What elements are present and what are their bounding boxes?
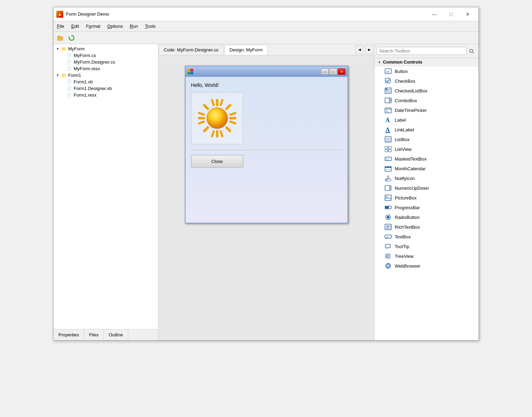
sim-close-button[interactable]: ✕ <box>338 68 345 75</box>
toolbox-search-button[interactable] <box>467 47 476 56</box>
toolbox-item-checkbox[interactable]: CheckBox <box>375 76 478 86</box>
center-area: Code: MyForm.Designer.cs Design: MyForm … <box>158 44 374 340</box>
search-icon <box>469 49 474 54</box>
toolbox-item-listbox[interactable]: ListBox <box>375 134 478 144</box>
toolbox-item-radiobutton[interactable]: RadioButton <box>375 212 478 222</box>
tree-item-myform[interactable]: ▼ 📁 MyForm <box>54 46 158 52</box>
svg-line-18 <box>230 113 235 115</box>
sim-minimize-button[interactable]: — <box>321 68 329 75</box>
svg-point-55 <box>388 169 388 170</box>
toolbox-item-combobox[interactable]: ComboBox <box>375 96 478 105</box>
svg-line-13 <box>199 113 204 115</box>
svg-rect-46 <box>385 149 388 152</box>
svg-rect-67 <box>385 206 389 208</box>
svg-marker-60 <box>387 175 390 179</box>
toolbox-item-listview[interactable]: ListView <box>375 144 478 154</box>
richtextbox-label: RichTextBox <box>395 224 420 230</box>
toolbox-item-linklabel[interactable]: A LinkLabel <box>375 125 478 134</box>
tree-item-form1-designer-vb[interactable]: 📄 Form1.Designer.vb <box>54 85 158 92</box>
menu-tools[interactable]: Tools <box>141 22 159 30</box>
toolbox-item-datetimepicker[interactable]: 31 DateTimePicker <box>375 105 478 115</box>
toolbox-item-textbox[interactable]: ab TextBox <box>375 232 478 242</box>
open-button[interactable] <box>56 33 65 43</box>
sim-maximize-button[interactable]: □ <box>329 68 337 75</box>
toolbox-item-progressbar[interactable]: ProgressBar <box>375 203 478 212</box>
menubar: File Edit Format Options Run Tools <box>54 21 478 32</box>
svg-point-69 <box>387 216 390 219</box>
svg-text:(.): (.) <box>386 157 389 161</box>
svg-line-15 <box>221 100 222 105</box>
toolbox-search-input[interactable] <box>377 47 467 55</box>
picturebox-icon <box>384 194 392 202</box>
svg-rect-45 <box>388 146 391 149</box>
svg-line-9 <box>227 105 230 109</box>
tree-item-myform-cs[interactable]: 📄 MyForm.cs <box>54 52 158 59</box>
tab-code[interactable]: Code: MyForm.Designer.cs <box>158 45 224 55</box>
monthcalendar-icon <box>384 165 392 172</box>
tab-files[interactable]: Files <box>84 329 104 340</box>
toolbox-item-richtextbox[interactable]: A RichTextBox <box>375 222 478 232</box>
toolbox-item-checkedlistbox[interactable]: CheckedListBox <box>375 86 478 96</box>
menu-edit[interactable]: Edit <box>68 22 82 30</box>
sim-picturebox[interactable] <box>191 92 243 144</box>
tab-properties[interactable]: Properties <box>54 329 84 340</box>
design-canvas[interactable]: — □ ✕ Hello, World! <box>158 55 374 340</box>
svg-point-54 <box>386 169 387 170</box>
toolbox-item-picturebox[interactable]: PictureBox <box>375 193 478 203</box>
toolbox-item-button[interactable]: ab Button <box>375 66 478 76</box>
left-bottom-tabs: Properties Files Outline <box>54 329 158 340</box>
toolbox-section-common-controls[interactable]: ◄ Common Controls <box>375 58 478 66</box>
numericupdown-icon <box>384 184 392 192</box>
svg-line-17 <box>199 122 204 123</box>
notifyicon-icon <box>384 174 392 182</box>
svg-rect-64 <box>385 195 391 201</box>
refresh-button[interactable] <box>67 33 76 43</box>
button-label: Button <box>395 69 408 74</box>
sim-close-button-ctrl[interactable]: Close <box>191 155 243 167</box>
toolbox-item-maskedtextbox[interactable]: (.) MaskedTextBox <box>375 154 478 164</box>
simulated-form: — □ ✕ Hello, World! <box>185 66 348 223</box>
main-area: ▼ 📁 MyForm 📄 MyForm.cs 📄 MyForm.Designer… <box>54 44 478 340</box>
tab-design[interactable]: Design: MyForm <box>224 45 268 55</box>
toolbox-item-webbrowser[interactable]: WebBrowser <box>375 261 478 271</box>
combobox-label: ComboBox <box>395 98 417 103</box>
label-icon: A <box>384 116 392 124</box>
tab-nav-next[interactable]: ► <box>365 46 374 54</box>
tab-outline[interactable]: Outline <box>104 329 128 340</box>
tree-item-form1[interactable]: ▼ 📁 Form1 <box>54 72 158 79</box>
toolbox-item-treeview[interactable]: TreeView <box>375 251 478 261</box>
svg-text:A: A <box>385 126 390 133</box>
toolbox-scroll-area[interactable]: ◄ Common Controls ab Button CheckBox <box>375 58 478 340</box>
menu-run[interactable]: Run <box>126 22 141 30</box>
tree-item-myform-resx[interactable]: 📄 MyForm.resx <box>54 65 158 72</box>
datetimepicker-label: DateTimePicker <box>395 108 427 113</box>
tree-item-form1-resx[interactable]: 📄 Form1.resx <box>54 92 158 98</box>
svg-rect-82 <box>387 254 390 255</box>
tree-item-myform-designer-cs[interactable]: 📄 MyForm.Designer.cs <box>54 59 158 65</box>
toolbox-item-tooltip[interactable]: ToolTip <box>375 242 478 251</box>
toolbox-panel: ◄ Common Controls ab Button CheckBox <box>374 44 478 340</box>
toolbox-item-monthcalendar[interactable]: MonthCalendar <box>375 164 478 173</box>
toolbox-item-numericupdown[interactable]: NumericUpDown <box>375 183 478 193</box>
svg-rect-1 <box>58 36 60 37</box>
tab-nav-prev[interactable]: ◄ <box>355 46 364 54</box>
svg-rect-84 <box>387 257 390 259</box>
toolbox-item-label[interactable]: A Label <box>375 115 478 125</box>
menu-file[interactable]: File <box>54 22 68 30</box>
menu-options[interactable]: Options <box>104 22 126 30</box>
listview-label: ListView <box>395 147 411 152</box>
toolbox-item-notifyicon[interactable]: NotifyIcon <box>375 173 478 183</box>
svg-point-56 <box>390 169 390 170</box>
left-panel: ▼ 📁 MyForm 📄 MyForm.cs 📄 MyForm.Designer… <box>54 44 158 340</box>
svg-point-65 <box>386 196 387 197</box>
minimize-button[interactable]: — <box>426 9 442 19</box>
linklabel-label: LinkLabel <box>395 127 414 132</box>
tree-item-form1-vb[interactable]: 📄 Form1.vb <box>54 79 158 85</box>
svg-line-12 <box>221 131 222 136</box>
menu-format[interactable]: Format <box>82 22 104 30</box>
app-icon: ▲ <box>56 11 63 18</box>
tooltip-icon <box>384 243 392 250</box>
maximize-button[interactable]: □ <box>443 9 459 19</box>
checkbox-label: CheckBox <box>395 79 415 84</box>
close-button[interactable]: ✕ <box>460 9 476 19</box>
